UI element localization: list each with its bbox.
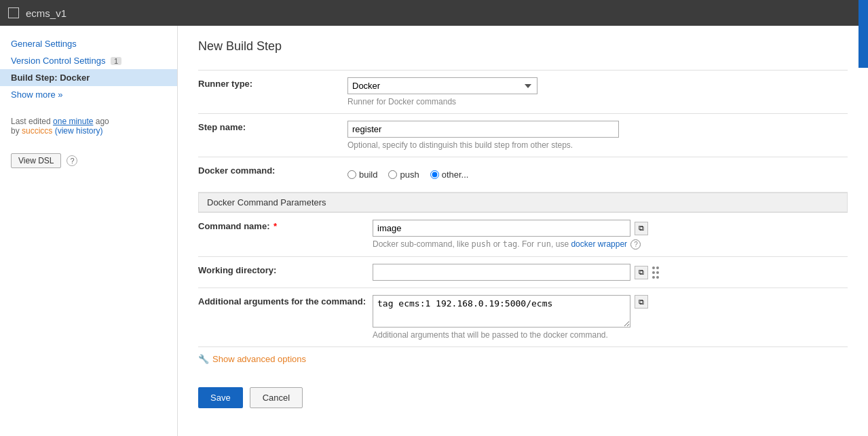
step-name-row: Step name: Optional, specify to distingu… [198, 114, 848, 157]
last-edited-text: Last edited [11, 117, 53, 126]
show-advanced-options[interactable]: 🔧 Show advanced options [198, 347, 848, 371]
command-name-input[interactable] [373, 220, 630, 237]
working-dir-grid-icon [652, 266, 659, 279]
working-directory-label: Working directory: [198, 257, 373, 288]
radio-build-label[interactable]: build [347, 170, 377, 180]
show-more-link[interactable]: Show more » [0, 86, 177, 103]
cancel-button[interactable]: Cancel [250, 387, 303, 408]
docker-command-row: Docker command: build push [198, 157, 848, 193]
view-dsl-button[interactable]: View DSL [11, 153, 61, 168]
main-layout: General Settings Version Control Setting… [0, 26, 868, 436]
docker-wrapper-info-icon[interactable]: ? [630, 239, 641, 250]
additional-args-wrapper: tag ecms:1 192.168.0.19:5000/ecms ⧉ [373, 295, 848, 328]
radio-push-label[interactable]: push [388, 170, 419, 180]
radio-build[interactable] [347, 170, 356, 179]
additional-args-input[interactable]: tag ecms:1 192.168.0.19:5000/ecms [373, 295, 630, 328]
docker-command-label: Docker command: [198, 157, 347, 193]
step-name-hint: Optional, specify to distinguish this bu… [347, 140, 848, 150]
command-name-copy-btn[interactable]: ⧉ [635, 222, 648, 235]
sidebar-item-label: General Settings [11, 39, 77, 49]
page-title: New Build Step [198, 39, 848, 54]
docker-command-options: build push other... [347, 164, 848, 185]
sidebar-item-general-settings[interactable]: General Settings [0, 35, 177, 52]
command-name-label: Command name: * [198, 213, 373, 257]
additional-args-label: Additional arguments for the command: [198, 288, 373, 347]
radio-build-text: build [359, 170, 377, 180]
radio-push[interactable] [388, 170, 397, 179]
command-name-value-cell: ⧉ Docker sub-command, like push or tag. … [373, 213, 848, 257]
docker-wrapper-link[interactable]: docker wrapper [571, 239, 627, 249]
additional-args-value-cell: tag ecms:1 192.168.0.19:5000/ecms ⧉ Addi… [373, 288, 848, 347]
hint-code-run: run [536, 239, 551, 249]
sidebar-item-build-step-docker[interactable]: Build Step: Docker [0, 69, 177, 86]
sidebar: General Settings Version Control Setting… [0, 26, 178, 436]
main-content: New Build Step Runner type: Docker Maven… [178, 26, 868, 436]
top-bar: ecms_v1 [0, 0, 868, 26]
action-buttons: Save Cancel [198, 387, 848, 408]
working-dir-input[interactable] [373, 264, 630, 281]
view-history-link[interactable]: (view history) [55, 126, 103, 136]
working-directory-row: Working directory: ⧉ [198, 257, 848, 288]
sidebar-item-label: Build Step: Docker [11, 73, 90, 83]
dsl-row: View DSL ? [0, 148, 177, 174]
command-name-hint: Docker sub-command, like push or tag. Fo… [373, 239, 848, 250]
section-header: Docker Command Parameters [198, 193, 848, 212]
hint-code-push: push [471, 239, 491, 249]
save-button[interactable]: Save [198, 387, 243, 408]
radio-other[interactable] [430, 170, 439, 179]
runner-type-row: Runner type: Docker Maven Gradle Runner … [198, 71, 848, 114]
radio-other-label[interactable]: other... [430, 170, 469, 180]
one-minute-link[interactable]: one minute [53, 117, 93, 126]
sidebar-footer: Last edited one minute ago by succiccs (… [0, 103, 177, 148]
step-name-label: Step name: [198, 114, 347, 157]
hint-code-tag: tag [503, 239, 518, 249]
radio-other-text: other... [442, 170, 469, 180]
help-icon[interactable]: ? [67, 155, 77, 166]
working-dir-copy-btn[interactable]: ⧉ [635, 266, 648, 279]
show-advanced-label: Show advanced options [212, 354, 306, 364]
step-name-value-cell: Optional, specify to distinguish this bu… [347, 114, 848, 157]
additional-args-copy-btn[interactable]: ⧉ [635, 295, 648, 309]
runner-type-value-cell: Docker Maven Gradle Runner for Docker co… [347, 71, 848, 114]
version-control-badge: 1 [111, 57, 121, 65]
form-table: Runner type: Docker Maven Gradle Runner … [198, 70, 848, 193]
radio-push-text: push [400, 170, 419, 180]
required-marker: * [271, 221, 277, 231]
runner-type-label: Runner type: [198, 71, 347, 114]
wrench-icon: 🔧 [198, 354, 209, 364]
docker-command-value-cell: build push other... [347, 157, 848, 193]
params-form-table: Command name: * ⧉ Docker sub-command, li… [198, 212, 848, 347]
sidebar-item-version-control[interactable]: Version Control Settings 1 [0, 52, 177, 69]
sidebar-item-label: Version Control Settings [11, 56, 105, 66]
window-icon [8, 7, 19, 18]
working-dir-wrapper: ⧉ [373, 264, 848, 281]
runner-select-wrapper: Docker Maven Gradle [347, 77, 848, 94]
runner-type-select[interactable]: Docker Maven Gradle [347, 77, 537, 94]
user-name: succiccs [22, 126, 52, 136]
runner-type-hint: Runner for Docker commands [347, 97, 848, 106]
working-directory-value-cell: ⧉ [373, 257, 848, 288]
right-panel-indicator [858, 0, 868, 68]
additional-args-row: Additional arguments for the command: ta… [198, 288, 848, 347]
command-name-wrapper: ⧉ [373, 220, 848, 237]
command-name-row: Command name: * ⧉ Docker sub-command, li… [198, 213, 848, 257]
app-title: ecms_v1 [26, 7, 67, 19]
additional-args-hint: Additional arguments that will be passed… [373, 330, 848, 340]
by-text: by [11, 126, 22, 136]
ago-text: ago [93, 117, 109, 126]
step-name-input[interactable] [347, 121, 619, 138]
